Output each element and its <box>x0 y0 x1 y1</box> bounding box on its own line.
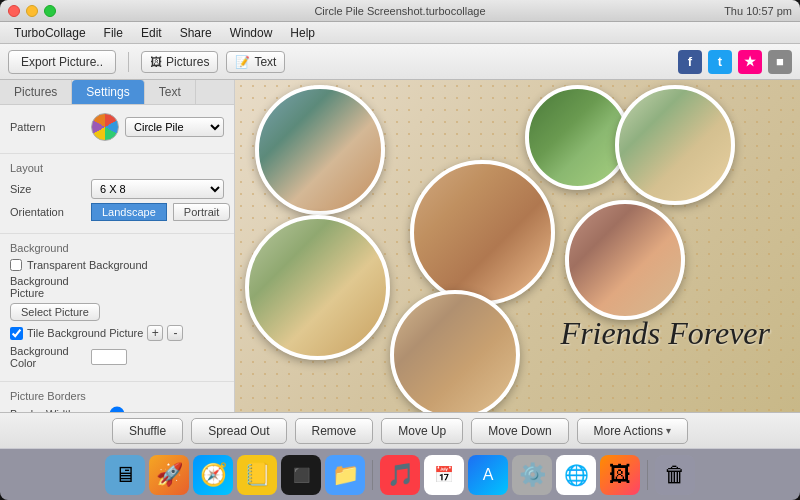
export-button[interactable]: Export Picture.. <box>8 50 116 74</box>
maximize-button[interactable] <box>44 5 56 17</box>
menu-file[interactable]: File <box>96 24 131 42</box>
pictures-toolbar-button[interactable]: 🖼 Pictures <box>141 51 218 73</box>
dock-photos[interactable]: 🖼 <box>600 455 640 495</box>
size-label: Size <box>10 183 85 195</box>
pattern-swatch[interactable] <box>91 113 119 141</box>
window-controls <box>8 5 56 17</box>
tile-bg-checkbox[interactable] <box>10 327 23 340</box>
photo-circle-1[interactable] <box>255 85 385 215</box>
pattern-section: Pattern Circle Pile <box>0 105 234 154</box>
menu-bar: TurboCollage File Edit Share Window Help <box>0 22 800 44</box>
title-bar-right: Thu 10:57 pm <box>724 5 792 17</box>
transparent-bg-label: Transparent Background <box>27 259 148 271</box>
tile-row: Tile Background Picture + - <box>10 325 224 341</box>
close-button[interactable] <box>8 5 20 17</box>
tile-remove-button[interactable]: - <box>167 325 183 341</box>
dock-safari[interactable]: 🧭 <box>193 455 233 495</box>
dock-terminal[interactable]: ⬛ <box>281 455 321 495</box>
pattern-select[interactable]: Circle Pile <box>125 117 224 137</box>
text-overlay: Friends Forever <box>561 315 770 352</box>
size-select[interactable]: 6 X 8 <box>91 179 224 199</box>
bg-color-label: Background Color <box>10 345 85 369</box>
photo-circle-4[interactable] <box>410 160 555 305</box>
panel-tabs: Pictures Settings Text <box>0 80 234 105</box>
move-up-button[interactable]: Move Up <box>381 418 463 444</box>
remove-button[interactable]: Remove <box>295 418 374 444</box>
dock-calendar[interactable]: 📅 <box>424 455 464 495</box>
flickr-icon[interactable]: ★ <box>738 50 762 74</box>
photo-circle-7[interactable] <box>565 200 685 320</box>
dock: 🖥 🚀 🧭 📒 ⬛ 📁 🎵 📅 A ⚙️ 🌐 🖼 🗑 <box>0 448 800 500</box>
dock-notes[interactable]: 📒 <box>237 455 277 495</box>
text-icon: 📝 <box>235 55 250 69</box>
tab-pictures[interactable]: Pictures <box>0 80 72 104</box>
toolbar-separator <box>128 52 129 72</box>
facebook-icon[interactable]: f <box>678 50 702 74</box>
photo-circle-6[interactable] <box>390 290 520 412</box>
menu-share[interactable]: Share <box>172 24 220 42</box>
dock-separator-2 <box>647 460 648 490</box>
background-label: Background <box>10 242 224 254</box>
content-area: Pictures Settings Text Pattern Circle Pi… <box>0 80 800 412</box>
clock: Thu 10:57 pm <box>724 5 792 17</box>
dock-finder[interactable]: 🖥 <box>105 455 145 495</box>
transparent-bg-row: Transparent Background <box>10 259 224 271</box>
menu-edit[interactable]: Edit <box>133 24 170 42</box>
other-share-icon[interactable]: ■ <box>768 50 792 74</box>
bg-picture-label: Background Picture <box>10 275 85 299</box>
social-icons: f t ★ ■ <box>678 50 792 74</box>
photo-circle-2[interactable] <box>525 85 630 190</box>
photo-circle-5[interactable] <box>245 215 390 360</box>
tile-bg-label: Tile Background Picture <box>27 327 143 339</box>
menu-help[interactable]: Help <box>282 24 323 42</box>
dock-separator <box>372 460 373 490</box>
dock-chrome[interactable]: 🌐 <box>556 455 596 495</box>
spread-out-button[interactable]: Spread Out <box>191 418 286 444</box>
canvas-area[interactable]: Friends Forever <box>235 80 800 412</box>
window-title: Circle Pile Screenshot.turbocollage <box>314 5 485 17</box>
bottom-bar: Shuffle Spread Out Remove Move Up Move D… <box>0 412 800 448</box>
select-picture-button[interactable]: Select Picture <box>10 303 100 321</box>
menu-window[interactable]: Window <box>222 24 281 42</box>
picture-borders-label: Picture Borders <box>10 390 224 402</box>
dock-appstore[interactable]: A <box>468 455 508 495</box>
dock-launchpad[interactable]: 🚀 <box>149 455 189 495</box>
window-frame: Circle Pile Screenshot.turbocollage Thu … <box>0 0 800 500</box>
layout-label: Layout <box>10 162 224 174</box>
picture-borders-section: Picture Borders Border Width Border Colo… <box>0 382 234 412</box>
shuffle-button[interactable]: Shuffle <box>112 418 183 444</box>
left-panel: Pictures Settings Text Pattern Circle Pi… <box>0 80 235 412</box>
move-down-button[interactable]: Move Down <box>471 418 568 444</box>
dock-music[interactable]: 🎵 <box>380 455 420 495</box>
orientation-label: Orientation <box>10 206 85 218</box>
app-body: Pictures Settings Text Pattern Circle Pi… <box>0 80 800 448</box>
title-bar: Circle Pile Screenshot.turbocollage Thu … <box>0 0 800 22</box>
dock-trash[interactable]: 🗑 <box>655 455 695 495</box>
menu-turbocollage[interactable]: TurboCollage <box>6 24 94 42</box>
transparent-bg-checkbox[interactable] <box>10 259 22 271</box>
photo-circle-3[interactable] <box>615 85 735 205</box>
image-icon: 🖼 <box>150 55 162 69</box>
twitter-icon[interactable]: t <box>708 50 732 74</box>
app-toolbar: Export Picture.. 🖼 Pictures 📝 Text f t ★… <box>0 44 800 80</box>
background-section: Background Transparent Background Backgr… <box>0 234 234 382</box>
landscape-button[interactable]: Landscape <box>91 203 167 221</box>
tile-add-button[interactable]: + <box>147 325 163 341</box>
text-toolbar-button[interactable]: 📝 Text <box>226 51 285 73</box>
minimize-button[interactable] <box>26 5 38 17</box>
dock-files[interactable]: 📁 <box>325 455 365 495</box>
more-actions-button[interactable]: More Actions ▾ <box>577 418 688 444</box>
dock-settings[interactable]: ⚙️ <box>512 455 552 495</box>
tab-settings[interactable]: Settings <box>72 80 144 104</box>
bg-color-swatch[interactable] <box>91 349 127 365</box>
pattern-label: Pattern <box>10 121 85 133</box>
portrait-button[interactable]: Portrait <box>173 203 230 221</box>
dropdown-arrow-icon: ▾ <box>666 425 671 436</box>
layout-section: Layout Size 6 X 8 Orientation Landscape … <box>0 154 234 234</box>
tab-text[interactable]: Text <box>145 80 196 104</box>
